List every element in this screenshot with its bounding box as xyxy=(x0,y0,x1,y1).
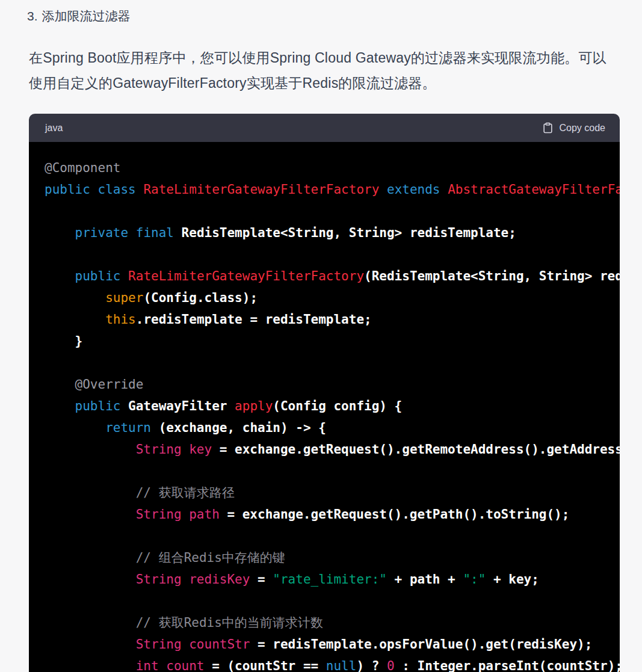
code-line: this.redisTemplate = redisTemplate; xyxy=(45,309,620,330)
code-line: String path = exchange.getRequest().getP… xyxy=(45,504,620,525)
code-line xyxy=(45,244,620,265)
code-line xyxy=(45,352,620,374)
list-item-heading: 3. 添加限流过滤器 xyxy=(27,8,620,25)
copy-code-button[interactable]: Copy code xyxy=(542,122,606,134)
code-line xyxy=(45,590,620,612)
code-line: return (exchange, chain) -> { xyxy=(45,417,620,439)
code-line: String countStr = redisTemplate.opsForVa… xyxy=(45,633,620,655)
code-line: String redisKey = "rate_limiter:" + path… xyxy=(45,569,620,590)
code-line: @Override xyxy=(45,374,620,395)
code-line: // 获取Redis中的当前请求计数 xyxy=(45,612,620,633)
code-block-header: java Copy code xyxy=(29,114,620,142)
message-content: 3. 添加限流过滤器 在Spring Boot应用程序中，您可以使用Spring… xyxy=(0,0,642,672)
code-line: public GatewayFilter apply(Config config… xyxy=(45,395,620,417)
code-line: private final RedisTemplate<String, Stri… xyxy=(45,222,620,244)
copy-code-label: Copy code xyxy=(560,123,606,134)
code-line: int count = (countStr == null) ? 0 : Int… xyxy=(45,655,620,672)
code-line xyxy=(45,460,620,482)
code-line: super(Config.class); xyxy=(45,287,620,309)
code-line: String key = exchange.getRequest().getRe… xyxy=(45,439,620,460)
list-item-marker: 3. xyxy=(27,8,38,25)
code-line xyxy=(45,525,620,547)
code-line: } xyxy=(45,330,620,352)
clipboard-icon xyxy=(542,122,554,134)
code-content[interactable]: @Componentpublic class RateLimiterGatewa… xyxy=(29,142,620,672)
code-line: // 获取请求路径 xyxy=(45,482,620,504)
code-line xyxy=(45,200,620,222)
code-line: @Component xyxy=(45,157,620,179)
code-language-label: java xyxy=(45,123,63,134)
code-line: public class RateLimiterGatewayFilterFac… xyxy=(45,179,620,200)
code-line: // 组合Redis中存储的键 xyxy=(45,547,620,569)
paragraph: 在Spring Boot应用程序中，您可以使用Spring Cloud Gate… xyxy=(29,45,620,96)
heading-text: 添加限流过滤器 xyxy=(42,8,131,25)
code-block: java Copy code @Componentpublic class Ra… xyxy=(29,114,620,672)
code-line: public RateLimiterGatewayFilterFactory(R… xyxy=(45,265,620,287)
